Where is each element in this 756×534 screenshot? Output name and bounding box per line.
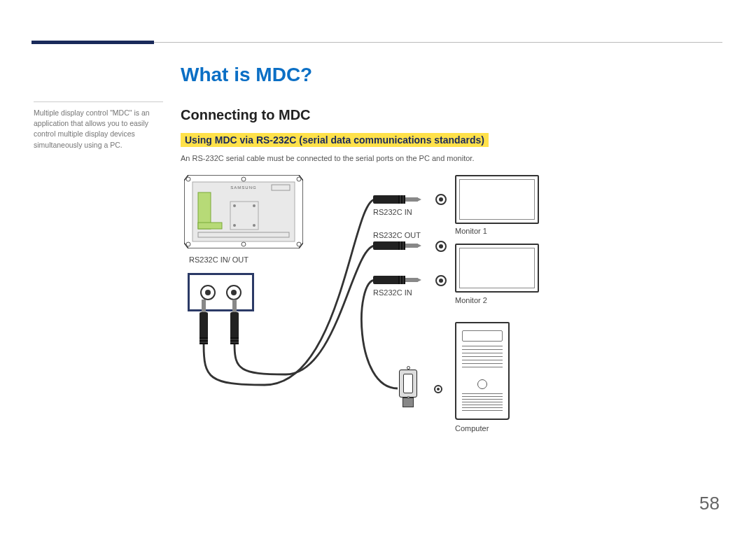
rs232c-in-label-2: RS232C IN: [373, 288, 412, 297]
monitor-icon: [455, 175, 539, 224]
page-title: What is MDC?: [181, 64, 722, 86]
sidebar-description: Multiple display control "MDC" is an app…: [34, 101, 163, 150]
jack-plug-icon: [373, 275, 422, 285]
sidebar-note: Multiple display control "MDC" is an app…: [34, 64, 181, 455]
rs232c-in-label: RS232C IN: [373, 208, 412, 216]
port-icon: [435, 275, 447, 286]
computer-tower-icon: [455, 322, 510, 420]
main-column: What is MDC? Connecting to MDC Using MDC…: [181, 64, 722, 455]
monitor-icon: [455, 244, 539, 293]
monitor1-label: Monitor 1: [455, 227, 487, 235]
header-rule: [34, 42, 722, 43]
jack-plug-icon: [373, 195, 422, 204]
computer-label: Computer: [455, 424, 489, 433]
port-icon: [434, 385, 442, 393]
body-text: An RS-232C serial cable must be connecte…: [181, 154, 722, 162]
manual-page: Multiple display control "MDC" is an app…: [0, 0, 756, 534]
port-icon: [435, 194, 447, 205]
db9-connector-icon: [396, 370, 420, 412]
section-title: Connecting to MDC: [181, 107, 722, 123]
port-icon: [435, 241, 447, 252]
page-number: 58: [699, 493, 720, 514]
subsection-highlight: Using MDC via RS-232C (serial data commu…: [181, 133, 489, 147]
jack-plug-icon: [373, 241, 422, 251]
rs232c-out-label: RS232C OUT: [373, 231, 421, 239]
monitor2-label: Monitor 2: [455, 296, 487, 304]
connection-diagram: SAMSUNG: [181, 175, 573, 455]
content-row: Multiple display control "MDC" is an app…: [34, 64, 722, 455]
